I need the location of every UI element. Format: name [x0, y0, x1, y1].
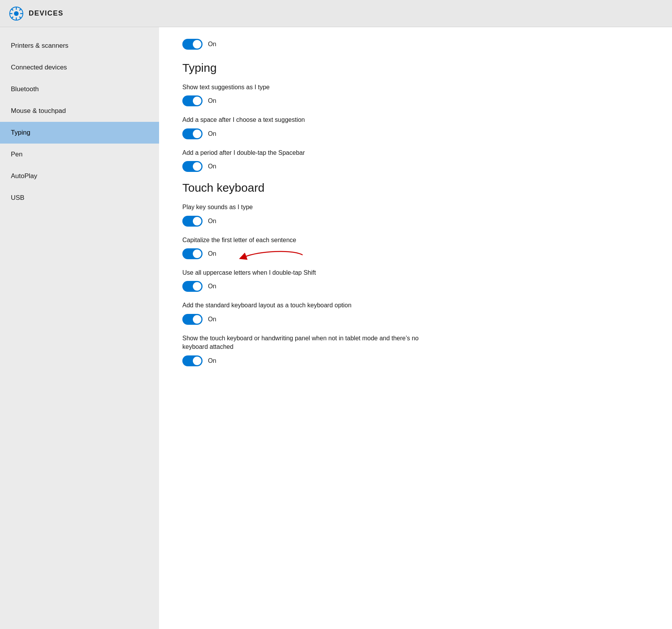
sidebar-item-usb[interactable]: USB [0, 187, 159, 209]
space-after-suggestion-state: On [208, 130, 216, 137]
setting-capitalize-first-letter: Capitalize the first letter of each sent… [182, 236, 649, 259]
typing-section: Typing Show text suggestions as I type O… [182, 61, 649, 172]
space-after-suggestion-toggle-row: On [182, 128, 649, 139]
show-touch-keyboard-toggle[interactable] [182, 355, 203, 366]
setting-text-suggestions: Show text suggestions as I type On [182, 83, 649, 106]
play-key-sounds-label: Play key sounds as I type [182, 203, 649, 211]
sidebar-item-typing[interactable]: Typing [0, 122, 159, 144]
svg-line-7 [19, 17, 21, 19]
text-suggestions-label: Show text suggestions as I type [182, 83, 649, 92]
setting-show-touch-keyboard: Show the touch keyboard or handwriting p… [182, 334, 649, 366]
page-title: DEVICES [29, 9, 64, 17]
show-touch-keyboard-state: On [208, 357, 216, 364]
text-suggestions-state: On [208, 97, 216, 104]
play-key-sounds-toggle[interactable] [182, 216, 203, 227]
uppercase-double-shift-label: Use all uppercase letters when I double-… [182, 269, 649, 277]
show-touch-keyboard-toggle-row: On [182, 355, 649, 366]
play-key-sounds-toggle-row: On [182, 216, 649, 227]
setting-standard-keyboard-layout: Add the standard keyboard layout as a to… [182, 301, 649, 324]
sidebar-item-pen[interactable]: Pen [0, 144, 159, 165]
show-touch-keyboard-label: Show the touch keyboard or handwriting p… [182, 334, 438, 352]
sidebar-item-bluetooth[interactable]: Bluetooth [0, 78, 159, 100]
standard-keyboard-layout-state: On [208, 316, 216, 323]
main-layout: Printers & scanners Connected devices Bl… [0, 27, 672, 629]
touch-keyboard-section-title: Touch keyboard [182, 181, 649, 194]
sidebar-item-mouse[interactable]: Mouse & touchpad [0, 100, 159, 122]
setting-period-double-tap: Add a period after I double-tap the Spac… [182, 149, 649, 172]
period-double-tap-label: Add a period after I double-tap the Spac… [182, 149, 649, 157]
top-toggle-switch[interactable] [182, 39, 203, 50]
uppercase-double-shift-state: On [208, 283, 216, 290]
capitalize-first-letter-toggle-row: On [182, 248, 649, 259]
setting-uppercase-double-shift: Use all uppercase letters when I double-… [182, 269, 649, 292]
typing-section-title: Typing [182, 61, 649, 75]
setting-play-key-sounds: Play key sounds as I type On [182, 203, 649, 226]
svg-line-8 [19, 9, 21, 10]
red-arrow-annotation [221, 245, 307, 265]
uppercase-double-shift-toggle[interactable] [182, 281, 203, 292]
top-toggle-label: On [208, 41, 216, 48]
top-toggle-row: On [182, 39, 649, 50]
period-double-tap-toggle[interactable] [182, 161, 203, 172]
sidebar-item-autoplay[interactable]: AutoPlay [0, 165, 159, 187]
setting-space-after-suggestion: Add a space after I choose a text sugges… [182, 116, 649, 139]
period-double-tap-toggle-row: On [182, 161, 649, 172]
capitalize-first-letter-toggle[interactable] [182, 248, 203, 259]
sidebar-item-connected[interactable]: Connected devices [0, 57, 159, 78]
touch-keyboard-section: Touch keyboard Play key sounds as I type… [182, 181, 649, 366]
standard-keyboard-layout-toggle[interactable] [182, 314, 203, 325]
sidebar-item-printers[interactable]: Printers & scanners [0, 35, 159, 57]
svg-line-6 [12, 9, 14, 10]
uppercase-double-shift-toggle-row: On [182, 281, 649, 292]
capitalize-first-letter-label: Capitalize the first letter of each sent… [182, 236, 649, 244]
devices-gear-icon [9, 7, 23, 21]
standard-keyboard-layout-label: Add the standard keyboard layout as a to… [182, 301, 649, 310]
space-after-suggestion-toggle[interactable] [182, 128, 203, 139]
main-content: On Typing Show text suggestions as I typ… [159, 27, 672, 629]
text-suggestions-toggle[interactable] [182, 95, 203, 106]
sidebar: Printers & scanners Connected devices Bl… [0, 27, 159, 629]
standard-keyboard-layout-toggle-row: On [182, 314, 649, 325]
svg-point-1 [14, 11, 19, 16]
text-suggestions-toggle-row: On [182, 95, 649, 106]
period-double-tap-state: On [208, 163, 216, 170]
space-after-suggestion-label: Add a space after I choose a text sugges… [182, 116, 649, 124]
header: DEVICES [0, 0, 672, 27]
play-key-sounds-state: On [208, 218, 216, 225]
svg-line-9 [12, 17, 14, 19]
capitalize-first-letter-state: On [208, 250, 216, 257]
